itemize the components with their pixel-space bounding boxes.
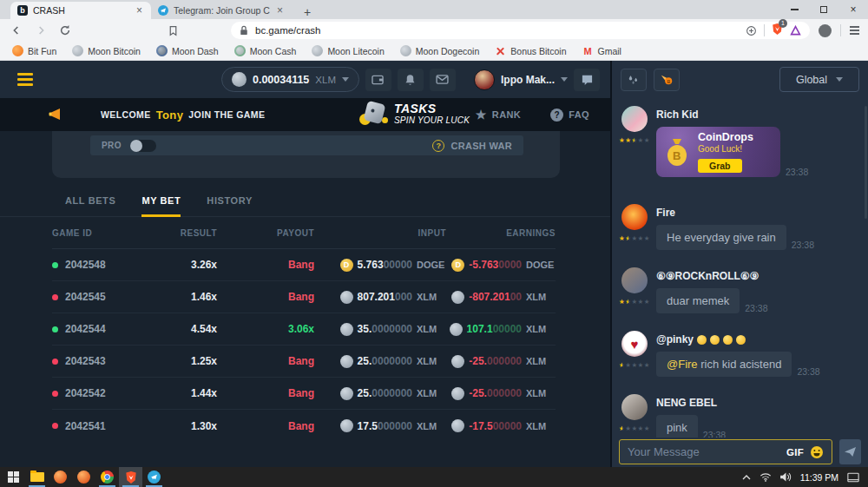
table-row[interactable]: 2042541 1.30x Bang 17.5000000XLM -17.500… (52, 410, 556, 442)
chrome-button[interactable] (95, 467, 119, 487)
browser-menu-icon[interactable] (850, 26, 859, 35)
tab-all-bets[interactable]: ALL BETS (65, 195, 115, 216)
earnings-amount: -25.000000XLM (446, 355, 556, 368)
fireball-button[interactable]: B (654, 69, 680, 91)
input-amount: 17.5000000XLM (314, 419, 446, 432)
file-explorer-button[interactable] (25, 467, 49, 487)
folder-icon (30, 472, 44, 482)
notifications-button[interactable] (398, 69, 424, 91)
tab-history[interactable]: HISTORY (207, 195, 253, 216)
send-button[interactable] (839, 439, 861, 464)
grab-button[interactable]: Grab (698, 159, 742, 173)
bookmark-bonusbitcoin[interactable]: Bonus Bitcoin (495, 45, 566, 56)
close-tab-icon[interactable]: × (275, 5, 285, 16)
new-tab-button[interactable]: + (299, 5, 316, 19)
browser-profile-icon[interactable] (819, 24, 832, 37)
table-row[interactable]: 2042548 3.26x Bang 5.76300000DOGE -5.763… (52, 249, 556, 281)
brave-shield-icon[interactable]: 1 (772, 23, 783, 39)
address-bar[interactable]: bc.game/crash 1 (231, 22, 810, 39)
brave-button[interactable] (119, 467, 142, 487)
table-header: GAME ID RESULT PAYOUT INPUT EARNINGS (52, 217, 556, 249)
bookmark-gmail[interactable]: Gmail (582, 45, 621, 56)
bookmark-moonbitcoin[interactable]: Moon Bitcoin (72, 45, 141, 56)
action-center-icon[interactable] (847, 472, 859, 483)
tasks-link[interactable]: TASKS SPIN YOUR LUCK (363, 102, 470, 125)
loss-dot (52, 423, 58, 429)
bookmark-moondogecoin[interactable]: Moon Dogecoin (400, 45, 480, 56)
rank-link[interactable]: ★RANK (476, 109, 521, 122)
xlm-coin-icon (340, 323, 353, 336)
app-icon (54, 471, 67, 484)
bookmark-bitfun[interactable]: Bit Fun (12, 45, 56, 56)
table-row[interactable]: 2042542 1.44x Bang 25.0000000XLM -25.000… (52, 378, 556, 410)
qr-target-icon[interactable] (746, 25, 757, 36)
telegram-button[interactable] (142, 467, 166, 487)
xlm-coin-icon (451, 387, 464, 400)
tab-crash[interactable]: b CRASH × (10, 2, 151, 19)
chat-message: ★★★★★★★★★★ @pinky @Fire rich kid acisten… (621, 331, 859, 377)
xlm-coin-icon (340, 419, 353, 432)
bookmark-moonlitecoin[interactable]: Moon Litecoin (312, 45, 384, 56)
bookmark-moondash[interactable]: Moon Dash (156, 45, 219, 56)
chat-sidebar: B Global ★★★★★★★★★★ Rich Kid (610, 61, 868, 467)
chevron-down-icon (836, 77, 843, 82)
table-row[interactable]: 2042545 1.46x Bang 807.201000XLM -807.20… (52, 281, 556, 313)
chat-username: ⑥⑨ROCKnROLL⑥⑨ (656, 270, 859, 282)
emoji-picker-icon[interactable] (810, 445, 824, 459)
message-input[interactable] (628, 445, 780, 458)
tab-my-bet[interactable]: MY BET (141, 195, 181, 216)
faq-link[interactable]: ?FAQ (550, 109, 589, 122)
close-tab-icon[interactable]: × (135, 5, 144, 16)
emoji-icon (723, 335, 733, 345)
back-icon[interactable] (9, 23, 24, 38)
wallet-button[interactable] (365, 69, 391, 91)
start-button[interactable] (2, 467, 25, 487)
chat-channel-select[interactable]: Global (779, 67, 859, 92)
volume-icon[interactable] (780, 472, 792, 482)
wifi-icon[interactable] (760, 472, 772, 482)
bookmark-favicon (312, 45, 323, 56)
chat-toggle-button[interactable] (574, 69, 600, 91)
channel-label: Global (796, 74, 827, 86)
clock[interactable]: 11:39 PM (800, 472, 838, 483)
close-window-button[interactable]: × (838, 0, 868, 19)
rain-button[interactable] (621, 69, 647, 91)
tab-telegram[interactable]: Telegram: Join Group Chat × (151, 2, 292, 19)
maximize-button[interactable] (809, 0, 838, 19)
gif-button[interactable]: GIF (786, 447, 804, 457)
bookmark-favicon (12, 45, 23, 56)
tray-expand-icon[interactable] (742, 475, 751, 480)
crash-war-link[interactable]: ?CRASH WAR (432, 140, 512, 152)
timestamp: 23:38 (703, 430, 726, 438)
avatar (621, 331, 648, 357)
table-row[interactable]: 2042543 1.25x Bang 25.0000000XLM -25.000… (52, 346, 556, 378)
browser-window: b CRASH × Telegram: Join Group Chat × + … (0, 0, 868, 487)
doge-coin-icon (340, 259, 353, 272)
brave-icon (125, 471, 137, 484)
minimize-button[interactable] (779, 0, 809, 19)
balance-selector[interactable]: 0.00034115 XLM (221, 67, 359, 92)
triangle-extension-icon[interactable] (790, 25, 801, 36)
profile-menu[interactable]: Ippo Mak... (474, 69, 568, 90)
menu-icon[interactable] (14, 69, 36, 89)
pro-label: PRO (102, 141, 122, 150)
bookmark-icon[interactable] (165, 23, 181, 38)
telegram-icon (148, 471, 161, 484)
input-amount: 35.0000000XLM (314, 323, 446, 336)
input-amount: 807.201000XLM (314, 291, 446, 304)
chat-messages: ★★★★★★★★★★ Rich Kid B CoinDrops Good Luc… (612, 102, 868, 438)
app-button[interactable] (72, 467, 95, 487)
user-rating: ★★★★★★★★★★ (619, 299, 650, 306)
pro-toggle[interactable] (130, 140, 156, 152)
table-row[interactable]: 2042544 4.54x 3.06x 35.0000000XLM 107.10… (52, 313, 556, 346)
balance-currency: XLM (315, 75, 336, 85)
mail-button[interactable] (430, 69, 456, 91)
game-id: 2042544 (65, 323, 106, 335)
chat-message: ★★★★★★★★★★ Fire He everyday give rain 23… (621, 204, 859, 250)
reload-icon[interactable] (57, 23, 73, 38)
app-button[interactable] (49, 467, 72, 487)
chat-scrollbar[interactable] (865, 106, 867, 219)
forward-icon[interactable] (33, 23, 49, 38)
result: 4.54x (165, 323, 217, 335)
bookmark-mooncash[interactable]: Moon Cash (234, 45, 297, 56)
